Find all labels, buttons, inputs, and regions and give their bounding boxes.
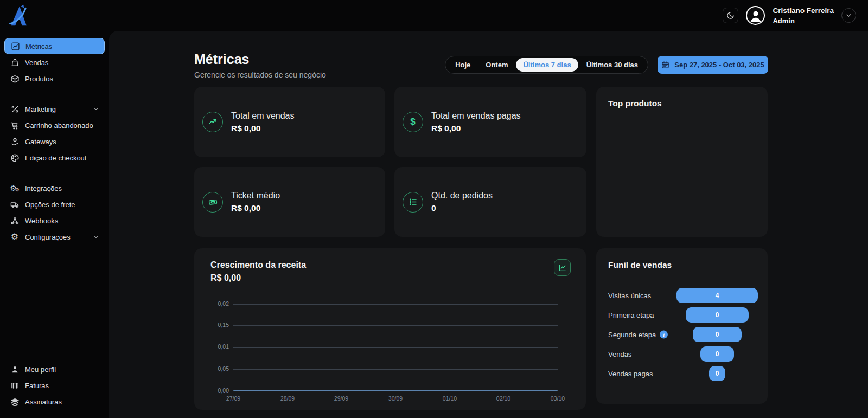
bag-icon: [10, 57, 20, 67]
theme-toggle-button[interactable]: [723, 8, 738, 23]
sidebar: Métricas Vendas Produtos Marketing Carri…: [0, 31, 109, 418]
funnel-step-primeira-etapa: Primeira etapa 0: [596, 305, 768, 325]
user-name: Cristiano Ferreira: [773, 5, 834, 16]
funnel-step-label-wrap: Segunda etapa i: [608, 331, 668, 339]
total-sales-card: Total em vendas R$ 0,00: [194, 87, 385, 157]
top-products-card: Top produtos: [596, 87, 768, 237]
filter-ultimos-7-dias-button[interactable]: Últimos 7 dias: [516, 58, 578, 72]
calendar-icon: [661, 61, 669, 69]
funnel-step-label: Vendas: [608, 350, 631, 358]
list-icon: [403, 192, 423, 213]
palette-icon: [10, 153, 20, 163]
orders-count-card: Qtd. de pedidos 0: [394, 167, 586, 237]
sidebar-item-gateways[interactable]: Gateways: [4, 133, 105, 150]
y-axis-tick: 0,15: [202, 321, 229, 328]
dollar-icon: $: [403, 112, 423, 132]
chart-title: Crescimento da receita: [210, 260, 306, 270]
filter-ontem-button[interactable]: Ontem: [478, 58, 515, 72]
sidebar-item-marketing[interactable]: Marketing: [4, 101, 105, 117]
sidebar-item-metricas[interactable]: Métricas: [4, 38, 105, 54]
metric-value: R$ 0,00: [231, 203, 280, 213]
sidebar-item-produtos[interactable]: Produtos: [4, 70, 105, 87]
x-axis-tick: 29/09: [325, 395, 358, 402]
ticket-icon: [202, 192, 223, 213]
funnel-title: Funil de vendas: [608, 260, 672, 270]
x-axis-tick: 03/10: [541, 395, 574, 402]
chart-total-value: R$ 0,00: [210, 273, 241, 283]
app-logo-icon: [8, 3, 31, 28]
user-icon: [10, 364, 20, 374]
metric-label: Qtd. de pedidos: [431, 191, 493, 201]
sidebar-item-label: Configurações: [25, 233, 87, 241]
x-axis-tick: 30/09: [379, 395, 412, 402]
funnel-step-label: Primeira etapa: [608, 311, 654, 319]
gridline: [233, 304, 558, 305]
funnel-step-visitas-unicas: Visitas únicas 4: [596, 286, 768, 305]
chevron-down-icon: [93, 106, 99, 112]
sidebar-item-vendas[interactable]: Vendas: [4, 54, 105, 70]
funnel-bar: 0: [709, 366, 725, 381]
avg-ticket-card: Ticket médio R$ 0,00: [194, 167, 385, 237]
user-avatar[interactable]: [746, 6, 765, 25]
chevron-down-icon: [845, 12, 852, 19]
sidebar-item-assinaturas[interactable]: Assinaturas: [4, 394, 105, 410]
metric-value: R$ 0,00: [231, 124, 295, 133]
funnel-step-vendas: Vendas 0: [596, 344, 768, 364]
total-paid-sales-card: $ Total em vendas pagas R$ 0,00: [394, 87, 586, 157]
date-range-button[interactable]: Sep 27, 2025 - Oct 03, 2025: [658, 56, 768, 74]
sidebar-item-opcoes-de-frete[interactable]: Opções de frete: [4, 196, 105, 213]
sidebar-item-edicao-de-checkout[interactable]: Edição de checkout: [4, 150, 105, 166]
sidebar-gap: [4, 87, 105, 101]
chevron-down-icon: [93, 234, 99, 240]
page-title: Métricas: [194, 52, 249, 67]
funnel-step-label: Visitas únicas: [608, 292, 651, 300]
gridline: [233, 325, 558, 326]
metric-label: Ticket médio: [231, 191, 280, 201]
filter-hoje-button[interactable]: Hoje: [448, 58, 477, 72]
sidebar-item-webhooks[interactable]: Webhooks: [4, 213, 105, 229]
gridline: [233, 369, 558, 370]
sidebar-item-label: Faturas: [25, 382, 99, 390]
page-subtitle: Gerencie os resultados de seu negócio: [194, 70, 326, 79]
filter-ultimos-30-dias-button[interactable]: Últimos 30 dias: [579, 58, 645, 72]
sidebar-item-label: Edição de checkout: [25, 154, 99, 162]
sidebar-item-meu-perfil[interactable]: Meu perfil: [4, 361, 105, 377]
sidebar-item-configuracoes[interactable]: ⚙ Configurações: [4, 229, 105, 245]
user-menu-button[interactable]: [841, 8, 856, 23]
sidebar-item-label: Webhooks: [25, 217, 99, 225]
truck-icon: [10, 200, 20, 209]
date-filter-segmented: Hoje Ontem Últimos 7 dias Últimos 30 dia…: [445, 56, 648, 74]
funnel-bar: 0: [700, 346, 734, 362]
line-chart-icon: [558, 263, 567, 272]
chart-type-button[interactable]: [554, 259, 571, 276]
revenue-growth-card: Crescimento da receita R$ 0,00 0,02 0,15…: [194, 248, 586, 410]
hand-dollar-icon: [10, 137, 20, 146]
funnel-step-label: Vendas pagas: [608, 370, 653, 378]
funnel-bar: 4: [676, 288, 758, 303]
sidebar-bottom-group: Meu perfil Faturas Assinaturas: [4, 361, 105, 410]
gridline: [233, 347, 558, 348]
sidebar-item-label: Opções de frete: [25, 201, 99, 209]
info-icon[interactable]: i: [660, 331, 668, 339]
x-axis-tick: 28/09: [271, 395, 304, 402]
sidebar-item-label: Carrinho abandonado: [25, 121, 99, 130]
chart-line-icon: [10, 41, 20, 51]
x-axis-tick: 01/10: [433, 395, 466, 402]
funnel-step-vendas-pagas: Vendas pagas 0: [596, 364, 768, 383]
sidebar-item-label: Gateways: [25, 138, 99, 146]
funnel-bar: 0: [693, 327, 742, 342]
metric-label: Total em vendas: [231, 111, 295, 121]
topbar: Cristiano Ferreira Admin: [0, 0, 868, 31]
revenue-series-line: [233, 390, 558, 391]
sidebar-item-faturas[interactable]: Faturas: [4, 377, 105, 394]
sidebar-item-carrinho-abandonado[interactable]: Carrinho abandonado: [4, 117, 105, 133]
x-axis-tick: 27/09: [217, 395, 250, 402]
sidebar-item-label: Produtos: [25, 75, 99, 83]
metric-value: R$ 0,00: [431, 124, 521, 133]
trending-up-icon: [202, 112, 223, 132]
webhook-icon: [10, 216, 20, 226]
sidebar-item-integracoes[interactable]: ⚙⚙ Integrações: [4, 180, 105, 196]
funnel-step-segunda-etapa: Segunda etapa i 0: [596, 325, 768, 344]
sidebar-item-label: Integrações: [25, 184, 99, 192]
sidebar-item-label: Meu perfil: [25, 365, 99, 374]
